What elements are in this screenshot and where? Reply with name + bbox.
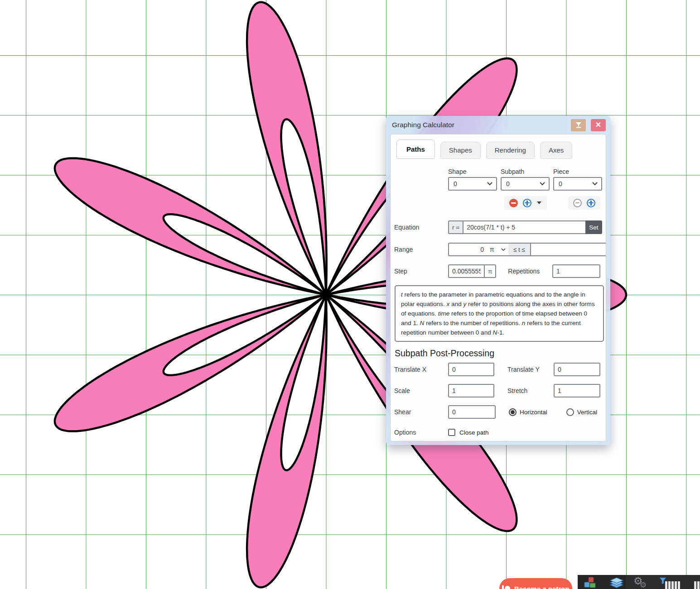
add-piece-button[interactable] — [586, 198, 596, 208]
repetitions-input[interactable] — [552, 264, 600, 278]
radio-icon — [566, 408, 574, 416]
toolbar-group-left — [578, 575, 625, 589]
close-path-checkbox[interactable] — [448, 429, 455, 436]
chevron-down-icon — [487, 182, 492, 186]
range-from-unit-select[interactable]: π — [487, 243, 508, 256]
step-unit: π — [484, 264, 496, 278]
range-between-label: ≤ t ≤ — [508, 243, 530, 256]
translate-x-label: Translate X — [394, 366, 448, 373]
close-button[interactable]: ✕ — [591, 119, 606, 131]
close-path-label: Close path — [459, 429, 489, 436]
patreon-logo-icon — [502, 585, 510, 589]
tab-paths[interactable]: Paths — [396, 139, 435, 159]
selector-row: 0 0 0 — [448, 177, 602, 191]
histogram-funnel-icon[interactable] — [659, 576, 681, 589]
bottom-toolbar: ⚙⚙ — [578, 575, 700, 589]
scale-label: Scale — [394, 387, 448, 394]
app-root: { "window": { "title": "Graphing Calcula… — [0, 0, 700, 589]
tab-axes[interactable]: Axes — [540, 142, 572, 159]
options-label: Options — [394, 429, 448, 436]
scale-row: Scale Stretch — [394, 384, 602, 397]
piece-select[interactable]: 0 — [553, 177, 602, 191]
equation-row: Equation r = Set — [394, 220, 602, 234]
tab-shapes[interactable]: Shapes — [440, 142, 481, 159]
step-row: Step π Repetitions — [394, 264, 602, 278]
range-row: Range π ≤ t ≤ π Set — [394, 243, 602, 256]
postprocessing-heading: Subpath Post-Processing — [395, 348, 602, 359]
add-subpath-button[interactable] — [522, 198, 532, 208]
equation-input[interactable] — [463, 220, 585, 234]
repetitions-label: Repetitions — [508, 268, 540, 275]
equation-prefix[interactable]: r = — [448, 220, 463, 234]
range-to-input[interactable] — [530, 243, 606, 256]
chevron-down-icon — [592, 182, 598, 186]
chevron-down-icon — [540, 182, 545, 186]
parameter-help-text: t refers to the parameter in parametric … — [395, 285, 604, 342]
translate-y-input[interactable] — [554, 363, 600, 376]
equation-set-button[interactable]: Set — [585, 220, 602, 234]
add-subpath-menu-button[interactable] — [536, 198, 542, 208]
dialog-titlebar[interactable]: Graphing Calculator ✕ — [386, 116, 610, 134]
subpath-buttons — [504, 196, 547, 210]
toolbar-group-right: ⚙⚙ — [625, 575, 700, 589]
remove-piece-button[interactable] — [573, 198, 582, 208]
scale-input[interactable] — [448, 384, 494, 397]
shear-row: Shear Horizontal Vertical — [394, 405, 602, 419]
minus-circle-icon — [509, 199, 518, 207]
add-remove-row — [448, 196, 602, 210]
layers-icon[interactable] — [608, 576, 625, 589]
become-a-patron-button[interactable]: Become a patron — [499, 578, 572, 589]
shape-select[interactable]: 0 — [448, 177, 497, 191]
minimize-button[interactable] — [571, 119, 586, 131]
stretch-label: Stretch — [507, 387, 554, 394]
selector-labels: Shape Subpath Piece — [448, 168, 602, 175]
caret-down-icon — [537, 201, 541, 204]
graphing-calculator-dialog: Graphing Calculator ✕ Paths Shapes Rende… — [386, 116, 610, 445]
chevron-down-icon — [501, 248, 506, 251]
range-from-input[interactable] — [448, 243, 487, 256]
shapes-cubes-icon[interactable] — [582, 576, 599, 589]
collapse-icon — [575, 122, 582, 128]
dialog-title: Graphing Calculator — [392, 121, 454, 129]
close-icon: ✕ — [595, 121, 601, 129]
shear-input[interactable] — [448, 405, 496, 419]
vertical-radio[interactable]: Vertical — [566, 408, 597, 416]
histogram-funnel-partial-icon[interactable] — [693, 576, 700, 589]
subpath-label: Subpath — [501, 168, 550, 175]
step-label: Step — [394, 268, 448, 275]
radio-icon — [509, 408, 517, 416]
shear-label: Shear — [394, 408, 448, 416]
translate-x-input[interactable] — [448, 363, 494, 376]
piece-label: Piece — [553, 168, 602, 175]
equation-label: Equation — [394, 224, 448, 231]
piece-buttons — [568, 196, 600, 210]
tab-bar: Paths Shapes Rendering Axes — [394, 139, 602, 159]
horizontal-radio[interactable]: Horizontal — [509, 408, 547, 416]
step-input[interactable] — [448, 264, 484, 278]
gears-icon[interactable]: ⚙⚙ — [632, 576, 649, 589]
translate-y-label: Translate Y — [507, 366, 554, 373]
plus-circle-icon — [523, 199, 531, 207]
subpath-select[interactable]: 0 — [501, 177, 550, 191]
plus-circle-icon — [587, 199, 595, 207]
options-row: Options Close path — [394, 429, 602, 436]
range-label: Range — [394, 246, 448, 253]
remove-subpath-button[interactable] — [509, 198, 518, 208]
translate-row: Translate X Translate Y — [394, 363, 602, 376]
shape-label: Shape — [448, 168, 497, 175]
tab-rendering[interactable]: Rendering — [486, 142, 535, 159]
stretch-input[interactable] — [554, 384, 600, 397]
minus-circle-disabled-icon — [573, 199, 582, 207]
dialog-panel: Paths Shapes Rendering Axes Shape Subpat… — [390, 134, 606, 441]
